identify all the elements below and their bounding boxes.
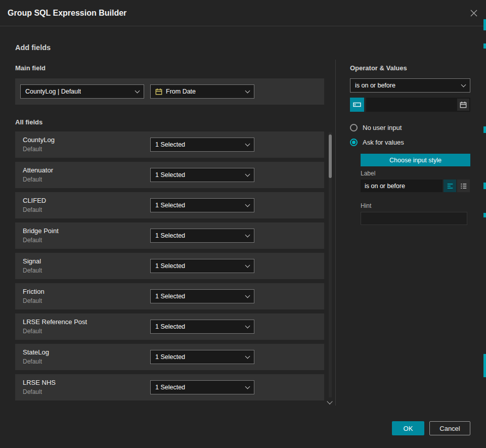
add-fields-heading: Add fields bbox=[15, 43, 51, 52]
radio-label: No user input bbox=[363, 124, 402, 131]
close-button[interactable] bbox=[468, 8, 479, 19]
field-row: LRSE NHS Default 1 Selected bbox=[15, 374, 324, 400]
all-fields-list: CountyLog Default 1 Selected Attenuator … bbox=[15, 131, 324, 405]
edge-artifact bbox=[483, 126, 486, 133]
calendar-icon bbox=[460, 101, 467, 108]
all-fields-heading: All fields bbox=[15, 118, 42, 126]
field-row: CLIFED Default 1 Selected bbox=[15, 192, 324, 218]
dropdown-value: 1 Selected bbox=[155, 262, 185, 270]
field-row: Attenuator Default 1 Selected bbox=[15, 162, 324, 188]
hint-field-label: Hint bbox=[361, 202, 371, 209]
dropdown-value: 1 Selected bbox=[155, 141, 185, 148]
edge-artifact bbox=[483, 183, 486, 189]
chevron-down-icon bbox=[245, 233, 250, 238]
calendar-picker-button[interactable] bbox=[457, 99, 469, 111]
dropdown-value: 1 Selected bbox=[155, 323, 185, 330]
field-selected-dropdown[interactable]: 1 Selected bbox=[150, 138, 254, 152]
chevron-down-icon bbox=[245, 263, 250, 268]
dropdown-value: 1 Selected bbox=[155, 171, 185, 178]
field-row: CountyLog Default 1 Selected bbox=[15, 131, 324, 158]
main-field-field-dropdown[interactable]: From Date bbox=[150, 84, 254, 99]
field-row: Friction Default 1 Selected bbox=[15, 283, 324, 309]
no-user-input-radio[interactable]: No user input bbox=[350, 124, 402, 131]
label-field-label: Label bbox=[361, 170, 375, 177]
field-name: LRSE Reference Post bbox=[23, 318, 87, 326]
dropdown-value: 1 Selected bbox=[155, 232, 185, 239]
field-name: Bridge Point bbox=[23, 227, 59, 235]
operator-dropdown[interactable]: is on or before bbox=[350, 78, 470, 93]
edge-artifact bbox=[483, 354, 486, 377]
edge-artifact bbox=[483, 19, 486, 30]
set-value-button[interactable] bbox=[350, 98, 364, 112]
chevron-down-icon bbox=[245, 293, 250, 298]
field-sublabel: Default bbox=[23, 328, 42, 335]
radio-icon bbox=[350, 124, 358, 131]
chevron-down-icon bbox=[245, 142, 250, 147]
dropdown-value: is on or before bbox=[355, 82, 395, 89]
label-style-text-button[interactable] bbox=[444, 180, 456, 192]
input-box-icon bbox=[353, 101, 361, 109]
section-divider bbox=[335, 60, 336, 406]
close-icon bbox=[469, 9, 478, 18]
chevron-down-icon bbox=[245, 172, 250, 177]
field-sublabel: Default bbox=[23, 206, 42, 213]
dropdown-value: From Date bbox=[166, 88, 196, 95]
edge-artifact bbox=[483, 43, 486, 49]
value-input[interactable] bbox=[366, 98, 470, 112]
chevron-down-icon bbox=[245, 384, 250, 389]
field-sublabel: Default bbox=[23, 358, 42, 365]
field-name: Friction bbox=[23, 288, 45, 295]
align-left-icon bbox=[447, 183, 454, 190]
edge-artifact bbox=[483, 213, 486, 217]
chevron-down-icon bbox=[461, 82, 466, 87]
calendar-icon bbox=[155, 88, 162, 95]
field-selected-dropdown[interactable]: 1 Selected bbox=[150, 380, 254, 394]
label-style-list-button[interactable] bbox=[457, 180, 470, 192]
field-row: LRSE Reference Post Default 1 Selected bbox=[15, 313, 324, 340]
field-name: CLIFED bbox=[23, 197, 46, 204]
field-sublabel: Default bbox=[23, 176, 42, 183]
main-field-layer-dropdown[interactable]: CountyLog | Default bbox=[20, 84, 144, 99]
radio-selected-icon bbox=[350, 139, 358, 146]
field-sublabel: Default bbox=[23, 146, 42, 153]
scrollbar-thumb[interactable] bbox=[329, 135, 332, 178]
field-selected-dropdown[interactable]: 1 Selected bbox=[150, 320, 254, 334]
scroll-down-icon[interactable] bbox=[327, 398, 332, 404]
chevron-down-icon bbox=[245, 202, 250, 207]
chevron-down-icon bbox=[245, 354, 250, 359]
dropdown-value: 1 Selected bbox=[155, 293, 185, 300]
ask-for-values-radio[interactable]: Ask for values bbox=[350, 139, 404, 146]
dropdown-value: CountyLog | Default bbox=[25, 88, 81, 95]
field-selected-dropdown[interactable]: 1 Selected bbox=[150, 168, 254, 182]
field-sublabel: Default bbox=[23, 267, 42, 274]
field-name: StateLog bbox=[23, 348, 49, 356]
field-name: Signal bbox=[23, 257, 41, 265]
field-selected-dropdown[interactable]: 1 Selected bbox=[150, 198, 254, 212]
dialog-header: Group SQL Expression Builder bbox=[0, 0, 486, 26]
dropdown-value: 1 Selected bbox=[155, 384, 185, 391]
cancel-button[interactable]: Cancel bbox=[429, 421, 470, 435]
operator-values-heading: Operator & Values bbox=[350, 64, 407, 72]
value-input-wrap bbox=[366, 98, 470, 112]
field-sublabel: Default bbox=[23, 388, 42, 395]
main-field-panel: CountyLog | Default From Date bbox=[15, 78, 324, 105]
field-name: Attenuator bbox=[23, 166, 53, 174]
field-row: Bridge Point Default 1 Selected bbox=[15, 222, 324, 249]
field-name: CountyLog bbox=[23, 136, 55, 144]
hint-input[interactable] bbox=[361, 212, 467, 225]
field-name: LRSE NHS bbox=[23, 379, 56, 386]
field-row: StateLog Default 1 Selected bbox=[15, 344, 324, 370]
field-selected-dropdown[interactable]: 1 Selected bbox=[150, 259, 254, 273]
chevron-down-icon bbox=[135, 88, 140, 94]
field-sublabel: Default bbox=[23, 297, 42, 304]
ok-button[interactable]: OK bbox=[392, 421, 424, 435]
field-row: Signal Default 1 Selected bbox=[15, 253, 324, 279]
bullet-list-icon bbox=[460, 183, 467, 190]
field-selected-dropdown[interactable]: 1 Selected bbox=[150, 289, 254, 303]
dropdown-value: 1 Selected bbox=[155, 353, 185, 361]
label-input[interactable] bbox=[361, 180, 443, 192]
field-selected-dropdown[interactable]: 1 Selected bbox=[150, 350, 254, 364]
dropdown-value: 1 Selected bbox=[155, 202, 185, 209]
choose-input-style-button[interactable]: Choose input style bbox=[361, 154, 470, 166]
field-selected-dropdown[interactable]: 1 Selected bbox=[150, 229, 254, 243]
